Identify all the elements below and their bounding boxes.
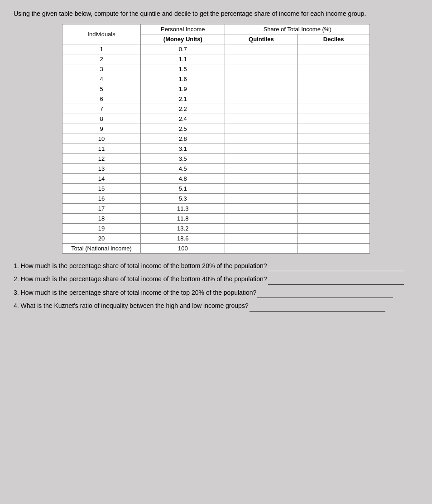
row-id: 17 — [62, 204, 141, 214]
row-value: 3.5 — [141, 154, 225, 164]
row-quintile — [225, 194, 298, 204]
question-number: 1. — [14, 262, 19, 269]
row-value: 2.8 — [141, 134, 225, 144]
total-label: Total (National Income) — [62, 244, 141, 254]
table-row: 13 4.5 — [62, 164, 370, 174]
table-row: 9 2.5 — [62, 124, 370, 134]
answer-line — [250, 301, 385, 311]
row-decile — [298, 184, 370, 194]
row-decile — [298, 194, 370, 204]
row-decile — [298, 124, 370, 134]
row-quintile — [225, 234, 298, 244]
table-row: 11 3.1 — [62, 144, 370, 154]
row-value: 11.3 — [141, 204, 225, 214]
row-decile — [298, 114, 370, 124]
table-row: 14 4.8 — [62, 174, 370, 184]
row-quintile — [225, 94, 298, 104]
row-id: 13 — [62, 164, 141, 174]
row-quintile — [225, 64, 298, 74]
row-decile — [298, 74, 370, 84]
row-id: 3 — [62, 64, 141, 74]
table-row: 12 3.5 — [62, 154, 370, 164]
row-id: 2 — [62, 54, 141, 64]
income-table: Individuals Personal Income Share of Tot… — [62, 24, 370, 254]
table-row: 2 1.1 — [62, 54, 370, 64]
table-row: 5 1.9 — [62, 84, 370, 94]
row-id: 7 — [62, 104, 141, 114]
total-decile — [298, 244, 370, 254]
row-value: 1.6 — [141, 74, 225, 84]
row-decile — [298, 134, 370, 144]
row-value: 2.1 — [141, 94, 225, 104]
row-value: 1.9 — [141, 84, 225, 94]
answer-line — [257, 288, 393, 298]
total-quintile — [225, 244, 298, 254]
col-header-money-units: (Money Units) — [141, 34, 225, 44]
col-header-individuals: Individuals — [62, 24, 141, 44]
row-decile — [298, 64, 370, 74]
row-value: 11.8 — [141, 214, 225, 224]
row-decile — [298, 204, 370, 214]
row-quintile — [225, 154, 298, 164]
row-id: 20 — [62, 234, 141, 244]
row-decile — [298, 94, 370, 104]
table-row: 20 18.6 — [62, 234, 370, 244]
row-quintile — [225, 114, 298, 124]
table-row: 17 11.3 — [62, 204, 370, 214]
question-4: 4. What is the Kuznet's ratio of inequal… — [14, 301, 418, 311]
row-value: 5.3 — [141, 194, 225, 204]
row-value: 1.5 — [141, 64, 225, 74]
row-quintile — [225, 204, 298, 214]
table-row: 8 2.4 — [62, 114, 370, 124]
row-value: 2.4 — [141, 114, 225, 124]
row-decile — [298, 164, 370, 174]
row-decile — [298, 144, 370, 154]
row-id: 19 — [62, 224, 141, 234]
question-1: 1. How much is the percentage share of t… — [14, 261, 418, 271]
row-quintile — [225, 84, 298, 94]
row-quintile — [225, 144, 298, 154]
question-text: How much is the percentage share of tota… — [21, 275, 267, 283]
table-row: 7 2.2 — [62, 104, 370, 114]
total-value: 100 — [141, 244, 225, 254]
question-text: How much is the percentage share of tota… — [21, 262, 267, 269]
row-value: 13.2 — [141, 224, 225, 234]
row-value: 4.5 — [141, 164, 225, 174]
row-value: 1.1 — [141, 54, 225, 64]
row-value: 4.8 — [141, 174, 225, 184]
row-id: 10 — [62, 134, 141, 144]
row-value: 3.1 — [141, 144, 225, 154]
table-container: Individuals Personal Income Share of Tot… — [62, 24, 370, 254]
row-id: 15 — [62, 184, 141, 194]
row-quintile — [225, 134, 298, 144]
row-id: 11 — [62, 144, 141, 154]
row-value: 2.5 — [141, 124, 225, 134]
row-decile — [298, 104, 370, 114]
row-value: 0.7 — [141, 44, 225, 54]
row-decile — [298, 224, 370, 234]
table-row: 3 1.5 — [62, 64, 370, 74]
row-quintile — [225, 104, 298, 114]
row-value: 18.6 — [141, 234, 225, 244]
row-decile — [298, 174, 370, 184]
questions-section: 1. How much is the percentage share of t… — [14, 261, 418, 312]
table-row: 1 0.7 — [62, 44, 370, 54]
row-quintile — [225, 184, 298, 194]
row-quintile — [225, 224, 298, 234]
row-value: 5.1 — [141, 184, 225, 194]
table-row: 15 5.1 — [62, 184, 370, 194]
row-quintile — [225, 74, 298, 84]
table-row: 10 2.8 — [62, 134, 370, 144]
row-decile — [298, 214, 370, 224]
table-row: 16 5.3 — [62, 194, 370, 204]
row-decile — [298, 44, 370, 54]
col-header-quintiles: Quintiles — [225, 34, 298, 44]
row-id: 12 — [62, 154, 141, 164]
row-id: 14 — [62, 174, 141, 184]
answer-line — [268, 274, 404, 284]
row-id: 8 — [62, 114, 141, 124]
row-quintile — [225, 214, 298, 224]
row-id: 5 — [62, 84, 141, 94]
row-value: 2.2 — [141, 104, 225, 114]
question-2: 2. How much is the percentage share of t… — [14, 274, 418, 284]
